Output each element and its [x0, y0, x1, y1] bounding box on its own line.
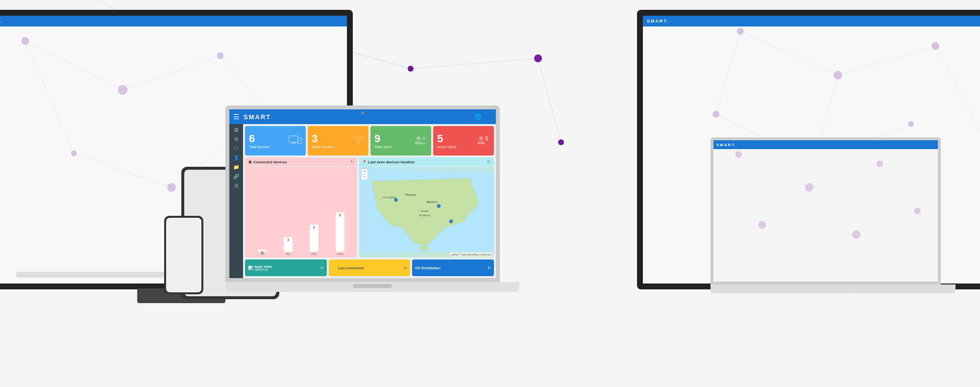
os-distribution-title: OS Distribution [415, 266, 440, 270]
dashboard: ☰ SMART . 🌐 👤 ⊡ 🖥 🛡 👤 📁 � [229, 109, 496, 278]
sidebar-link-icon[interactable]: 🔗 [233, 174, 239, 179]
globe-icon[interactable]: 🌐 [474, 113, 482, 120]
map-zoom-controls: + − [361, 169, 368, 180]
chart-title: 🖥 Connected devices [248, 160, 287, 164]
last-seen-location-panel: 📍 Last seen devices location ↻ [359, 157, 494, 258]
svg-point-78 [833, 71, 842, 79]
commands-refresh-icon[interactable]: ↻ [404, 266, 407, 270]
svg-point-95 [394, 198, 397, 202]
header-icons: 🌐 👤 [474, 113, 492, 120]
laptop-center: ☰ SMART . 🌐 👤 ⊡ 🖥 🛡 👤 📁 � [225, 105, 519, 302]
apps-stats-text: Apps stats SMARTink [254, 265, 272, 271]
bar-label-8h: 8H [286, 253, 290, 256]
bottom-panels-row: 📊 Apps stats SMARTink ↻ ⚡ [245, 259, 494, 276]
bar-label-4h: 4H [261, 253, 265, 256]
sidebar-shield-icon[interactable]: 🛡 [234, 146, 239, 151]
map-background: Phoenix MEXICO Ciudad de México Los Ange… [359, 167, 494, 258]
svg-point-109 [735, 151, 742, 157]
bar-label-gt24h: >24H [336, 253, 343, 256]
active-devices-number: 3 [312, 133, 334, 144]
bar-label-24h: 24H [311, 253, 317, 256]
sidebar-folder-icon[interactable]: 📁 [233, 164, 239, 170]
active-users-number: 5 [437, 133, 456, 144]
dashboard-main: 6 Total Devices [243, 124, 496, 278]
svg-point-110 [805, 183, 813, 191]
svg-point-88 [416, 136, 420, 140]
total-devices-label: Total Devices [249, 145, 270, 149]
laptop-right-screen: SMART. [710, 137, 941, 284]
bar-gt24h: 3 [336, 212, 344, 252]
map-svg: Phoenix MEXICO Ciudad de México Los Ange… [359, 167, 494, 258]
laptop-center-base [225, 282, 519, 292]
svg-point-65 [71, 150, 77, 156]
stat-card-total-users: 9 Total Users [370, 126, 431, 155]
hamburger-icon[interactable]: ☰ [233, 113, 240, 121]
svg-point-43 [408, 66, 414, 72]
active-users-label: Active Users [437, 145, 456, 149]
svg-point-113 [852, 230, 860, 238]
logo-dot: . [271, 114, 272, 120]
bar-chart-area: 0 4H 1 8H [245, 167, 357, 258]
sidebar-home-icon[interactable]: ⊡ [234, 127, 238, 132]
phone-screen [166, 218, 201, 292]
svg-line-11 [411, 58, 538, 69]
svg-point-90 [479, 136, 483, 140]
os-distribution-refresh-icon[interactable]: ↻ [488, 266, 491, 270]
svg-point-111 [877, 160, 883, 167]
apps-stats-title: Apps stats [254, 265, 272, 268]
wifi-icon [352, 134, 365, 148]
sidebar-users-icon[interactable]: 👤 [233, 155, 239, 160]
map-zoom-in-button[interactable]: + [362, 169, 368, 174]
apps-stats-refresh-icon[interactable]: ↻ [320, 266, 324, 270]
commands-icon: ⚡ [332, 266, 337, 270]
stat-text: 6 Total Devices [249, 133, 270, 149]
laptop-center-screen: ☰ SMART . 🌐 👤 ⊡ 🖥 🛡 👤 📁 � [225, 105, 500, 282]
stat-card-active-users: 5 Active Users [433, 126, 494, 155]
svg-point-89 [422, 137, 425, 140]
svg-point-112 [759, 221, 766, 229]
monitor-small-icon: 🖥 [248, 160, 252, 164]
last-commands-panel: ⚡ Last commands ↻ [329, 259, 411, 276]
content-row: 🖥 Connected devices ↻ 0 [245, 157, 494, 258]
bar-group-4h: 0 4H [258, 250, 267, 256]
svg-point-45 [558, 139, 564, 145]
apps-stats-panel: 📊 Apps stats SMARTink ↻ [245, 259, 327, 276]
bar-value-8h: 1 [287, 238, 289, 241]
user-icon[interactable]: 👤 [485, 113, 492, 120]
bar-8h: 1 [284, 237, 293, 252]
svg-point-80 [712, 111, 719, 118]
svg-point-44 [534, 54, 542, 62]
chart-panel-header: 🖥 Connected devices ↻ [245, 157, 357, 167]
map-zoom-out-button[interactable]: − [362, 175, 368, 180]
os-distribution-panel: OS Distribution ↻ [412, 259, 494, 276]
svg-line-15 [538, 58, 561, 142]
smartink-label: SMARTink [254, 268, 272, 271]
svg-text:Ciudad: Ciudad [420, 210, 428, 213]
users-group-icon [414, 134, 427, 148]
last-commands-content: ⚡ Last commands [332, 266, 364, 270]
laptop-right: SMART. [710, 137, 956, 304]
svg-point-87 [358, 142, 359, 144]
stat-text: 5 Active Users [437, 133, 456, 149]
connected-devices-panel: 🖥 Connected devices ↻ 0 [245, 157, 357, 258]
stat-card-total-devices: 6 Total Devices [245, 126, 306, 155]
stat-cards-row: 6 Total Devices [245, 126, 494, 155]
chart-refresh-icon[interactable]: ↻ [350, 159, 354, 164]
bar-4h: 0 [258, 250, 267, 252]
svg-point-114 [914, 207, 920, 214]
svg-point-79 [931, 42, 939, 50]
logo-text: SMART [244, 113, 271, 121]
stat-text: 3 Active Devices [312, 133, 334, 149]
map-attribution: Leaflet © OpenStreetMap contributors [450, 253, 493, 257]
map-panel-header: 📍 Last seen devices location ↻ [359, 157, 494, 167]
dashboard-sidebar: ⊡ 🖥 🛡 👤 📁 🔗 ⊞ [229, 124, 243, 278]
svg-text:MEXICO: MEXICO [427, 201, 438, 204]
sidebar-grid-icon[interactable]: ⊞ [234, 183, 238, 188]
sidebar-monitor-icon[interactable]: 🖥 [234, 136, 239, 142]
svg-point-82 [908, 121, 914, 127]
apps-stats-icon: 📊 [248, 266, 253, 270]
map-refresh-icon[interactable]: ↻ [487, 159, 491, 164]
last-commands-title: Last commands [338, 266, 364, 270]
bar-value-24h: 2 [313, 226, 315, 229]
apps-stats-content: 📊 Apps stats SMARTink [248, 265, 272, 271]
